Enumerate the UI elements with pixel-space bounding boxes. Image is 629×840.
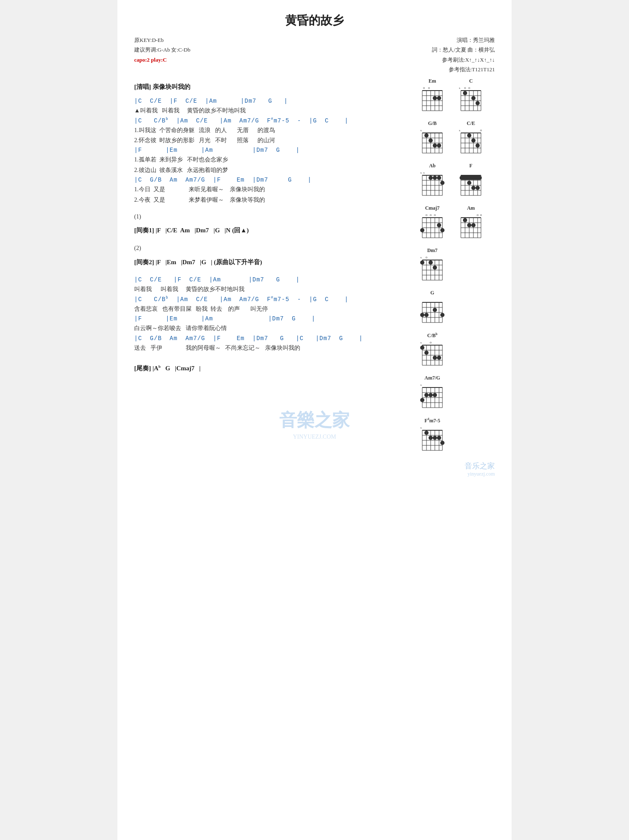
chord-pair-7: C/Bb x o [415,332,495,367]
svg-text:x: x [420,383,422,387]
outro-header: [尾奏] |Ab G |Cmaj7 | [134,364,407,372]
svg-text:x: x [420,341,422,344]
svg-point-80 [440,181,444,185]
svg-text:o: o [426,255,427,259]
chord-f-name: F [469,163,472,169]
svg-point-79 [437,176,441,180]
svg-point-174 [424,351,429,355]
svg-point-95 [476,186,480,190]
svg-rect-92 [460,176,482,180]
svg-point-191 [429,393,433,397]
svg-point-126 [463,218,467,222]
svg-point-112 [440,228,444,232]
svg-point-127 [467,223,471,227]
chord-ab: Ab x x [415,163,450,198]
chord-fshm75: F#m7-5 x [415,417,450,453]
svg-point-111 [420,228,424,232]
chord-am: Am o o [454,205,488,240]
chord-c-name: C [469,78,473,84]
capo-info: capo:2 play:C [134,55,190,65]
footer-main: 音乐之家 [134,461,495,471]
chord-gb: G/B x [415,120,450,155]
chord-ce: C/E x o [454,120,488,155]
lyric-3b: 2.彼边山 彼条溪水 永远抱着咱的梦 [134,166,407,175]
strumming: 参考刷法:X↑_↑↓X↑_↑↓ [432,55,495,65]
interlude2-label: (2) [134,244,407,253]
chord-em: Em o o [415,78,450,113]
svg-text:x: x [420,256,422,259]
lyric-4b: 2.今夜 又是 来梦着伊喔～ 亲像块等我的 [134,195,407,205]
svg-point-156 [420,313,424,317]
chord-g: G [415,290,450,325]
chord-line-3: |F |Em |Am |Dm7 G | [134,147,407,153]
lyric-7: 白云啊～你若唆去 请你带着阮心情 [134,324,407,333]
svg-point-189 [420,398,424,402]
picking: 参考指法:T121T121 [432,65,495,74]
chord-line-1: |C C/E |F C/E |Am |Dm7 G | [134,98,407,104]
svg-point-77 [429,176,433,180]
svg-point-30 [471,96,476,100]
svg-point-176 [437,356,441,360]
chord-am7g-name: Am7/G [424,375,440,381]
svg-point-206 [429,436,433,440]
chord-line-8: |C G/B Am Am7/G |F Em |Dm7 G |C |Dm7 G | [134,335,407,342]
main-content: [清唱] 亲像块叫我的 |C C/E |F C/E |Am |Dm7 G | ▲… [134,78,407,453]
chord-line-6: |C C/Bb |Am C/E |Am Am7/G F#m7-5 - |G C … [134,296,407,303]
interlude2-header: [间奏2] |F |Em |Dm7 |G | (原曲以下升半音) [134,258,407,266]
chord-pair-9: F#m7-5 x [415,417,495,453]
key-original: 原KEY:D-Eb [134,35,190,45]
lyric-2b: 2.怀念彼 时故乡的形影 月光 不时 照落 的山河 [134,136,407,145]
svg-point-142 [420,260,424,265]
chord-am-name: Am [467,205,475,211]
lyric-8: 送去 乎伊 我的阿母喔～ 不尚来忘记～ 亲像块叫我的 [134,343,407,353]
lyric-2a: 1.叫我这 个苦命的身躯 流浪 的人 无厝 的渡鸟 [134,126,407,135]
svg-text:o: o [428,86,430,90]
svg-text:x: x [423,171,425,174]
svg-point-158 [433,308,437,312]
meta-left: 原KEY:D-Eb 建议男调:G-Ab 女:C-Db capo:2 play:C [134,35,190,75]
lyric-3a: 1.孤单若 来到异乡 不时也会念家乡 [134,155,407,164]
svg-text:x: x [420,171,422,174]
chord-line-5: |C C/E |F C/E |Am |Dm7 G | [134,276,407,283]
svg-point-78 [433,176,437,180]
svg-point-29 [463,91,467,95]
page-title: 黄昏的故乡 [134,13,495,29]
chord-ab-name: Ab [429,163,435,169]
chord-cbb: C/Bb x o [415,332,450,367]
svg-point-61 [467,133,471,138]
svg-point-208 [437,436,441,440]
svg-text:o: o [434,213,436,217]
svg-point-190 [424,393,429,397]
svg-point-173 [420,346,424,350]
svg-point-14 [437,96,441,100]
chord-gb-name: G/B [428,120,437,127]
svg-point-207 [433,436,437,440]
svg-point-157 [424,313,429,317]
chord-pair-8: Am7/G x [415,375,495,410]
svg-point-128 [471,223,476,227]
chord-g-name: G [430,290,434,296]
svg-point-110 [437,223,441,227]
content-area: [清唱] 亲像块叫我的 |C C/E |F C/E |Am |Dm7 G | ▲… [134,78,495,453]
meta-container: 原KEY:D-Eb 建议男调:G-Ab 女:C-Db capo:2 play:C… [134,35,495,75]
svg-text:o: o [477,213,478,217]
meta-right: 演唱：秀兰玛雅 詞：愁人/文夏 曲：横井弘 参考刷法:X↑_↑↓X↑_↑↓ 参考… [432,35,495,75]
chord-am7g: Am7/G x [415,375,450,410]
chord-pair-3: Ab x x [415,163,495,198]
svg-text:o: o [468,86,470,90]
svg-text:o: o [430,341,431,344]
svg-point-144 [433,265,437,270]
key-suggestion: 建议男调:G-Ab 女:C-Db [134,45,190,55]
svg-point-175 [433,356,437,360]
lyric-5: 叫着我 叫着我 黄昏的故乡不时地叫我 [134,285,407,294]
footer-watermark: 音乐之家 yinyuezj.com [134,461,495,477]
chord-line-7: |F |Em |Am |Dm7 G | [134,315,407,322]
lyric-1: ▲叫着我 叫着我 黄昏的故乡不时地叫我 [134,106,407,115]
svg-point-44 [424,133,429,138]
svg-text:o: o [480,128,482,132]
footer-sub: yinyuezj.com [134,471,495,477]
chord-fshm75-name: F#m7-5 [424,417,440,424]
svg-point-47 [437,143,441,148]
chord-cmaj7-name: Cmaj7 [425,205,440,211]
performer: 演唱：秀兰玛雅 [432,35,495,45]
